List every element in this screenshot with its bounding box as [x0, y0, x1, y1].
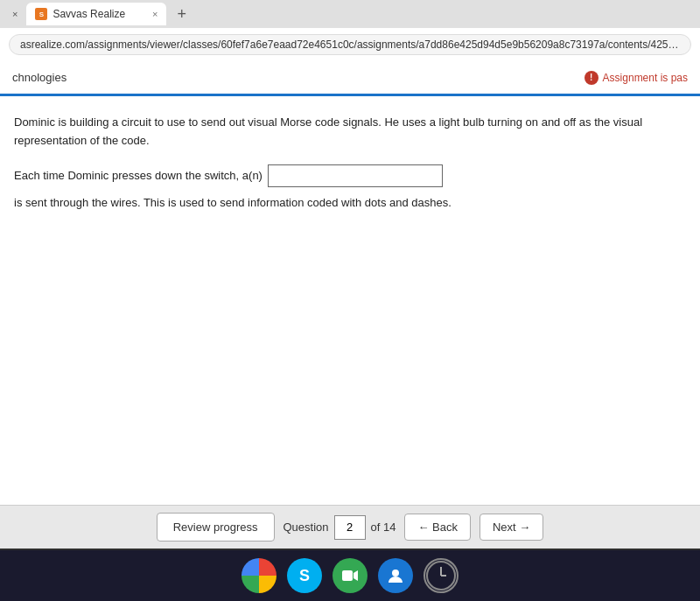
status-icon: ! [584, 71, 598, 85]
question-area: Dominic is building a circuit to use to … [0, 96, 700, 549]
svg-point-2 [392, 570, 399, 577]
fill-blank-input[interactable] [268, 164, 443, 187]
url-bar[interactable]: asrealize.com/assignments/viewer/classes… [9, 34, 691, 55]
review-progress-button[interactable]: Review progress [157, 513, 275, 542]
question-intro-text: Dominic is building a circuit to use to … [14, 114, 686, 150]
tab-label: Savvas Realize [52, 8, 125, 20]
nav-title: chnologies [12, 71, 66, 84]
svg-rect-0 [342, 570, 353, 581]
back-button[interactable]: ← Back [404, 514, 471, 541]
top-nav: chnologies ! Assignment is pas [0, 61, 700, 96]
next-button[interactable]: Next → [480, 514, 543, 541]
tab-bar: × S Savvas Realize × + [0, 0, 700, 28]
taskbar: S [0, 550, 700, 601]
taskbar-clock-icon[interactable] [424, 558, 458, 593]
question-number-input[interactable] [334, 515, 366, 540]
active-tab[interactable]: S Savvas Realize × [26, 3, 166, 25]
bottom-toolbar: Review progress Question of 14 ← Back Ne… [0, 505, 700, 549]
assignment-status: ! Assignment is pas [584, 71, 688, 85]
total-questions: of 14 [371, 521, 396, 534]
fill-suffix: is sent through the wires. This is used … [14, 192, 452, 213]
new-tab-button[interactable]: + [170, 5, 193, 24]
status-text: Assignment is pas [603, 72, 688, 84]
tab-favicon: S [35, 8, 47, 20]
svg-marker-1 [354, 570, 358, 581]
window-close-button[interactable]: × [7, 7, 23, 21]
tab-close-icon[interactable]: × [152, 9, 158, 19]
page-content: chnologies ! Assignment is pas Dominic i… [0, 61, 700, 549]
fill-prefix: Each time Dominic presses down the switc… [14, 165, 262, 185]
taskbar-skype-icon[interactable]: S [287, 558, 322, 593]
address-bar: asrealize.com/assignments/viewer/classes… [0, 28, 700, 61]
question-label: Question [284, 521, 329, 534]
fill-blank-question: Each time Dominic presses down the switc… [14, 164, 686, 213]
taskbar-chrome-icon[interactable] [242, 558, 276, 593]
taskbar-meet-icon[interactable] [332, 558, 368, 593]
taskbar-user-icon[interactable] [378, 558, 413, 593]
question-navigation: Question of 14 [284, 515, 396, 540]
browser-chrome: × S Savvas Realize × + asrealize.com/ass… [0, 0, 700, 61]
